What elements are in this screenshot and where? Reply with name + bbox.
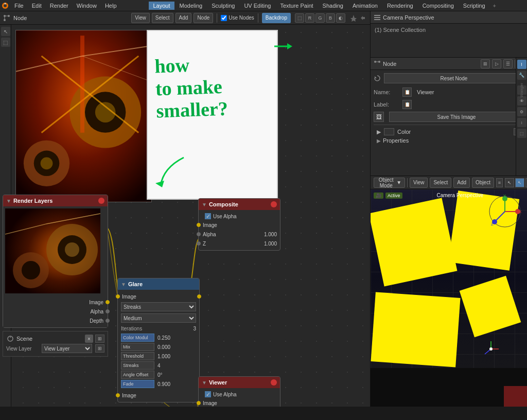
props-tab-item[interactable]: I xyxy=(517,60,526,69)
menu-render[interactable]: Render xyxy=(46,2,73,10)
node-btn[interactable]: Node xyxy=(194,13,213,23)
workspace-rendering[interactable]: Rendering xyxy=(383,2,417,10)
ne-tool-1[interactable]: ⬚ xyxy=(295,13,304,23)
composite-close[interactable] xyxy=(271,201,277,207)
comp-alpha-socket[interactable] xyxy=(197,232,201,236)
glare-iterations-label: Iterations xyxy=(121,326,192,331)
header-sep1 xyxy=(407,178,408,187)
props-tab-tool[interactable]: 🔧 xyxy=(517,71,526,80)
viewer-close[interactable] xyxy=(271,379,277,386)
ne-tool-5[interactable]: ◐ xyxy=(336,13,345,23)
props-tool-1[interactable]: ⊞ xyxy=(481,59,490,68)
menu-edit[interactable]: Edit xyxy=(28,2,46,10)
workspace-layout[interactable]: Layout xyxy=(149,2,174,10)
workspace-modeling[interactable]: Modeling xyxy=(175,2,207,10)
object-menu-btn[interactable]: Object xyxy=(472,178,494,188)
svg-rect-35 xyxy=(374,15,380,16)
vp-tool-2[interactable]: ↖ xyxy=(515,178,524,187)
rl-image-socket[interactable] xyxy=(106,300,110,304)
svg-point-34 xyxy=(10,337,11,338)
scene-close-btn[interactable]: × xyxy=(85,335,93,343)
workspace-uv[interactable]: UV Editing xyxy=(240,2,275,10)
glare-img-socket-bot[interactable] xyxy=(116,393,120,397)
outliner-title: Camera Perspective xyxy=(383,14,434,21)
props-vtab-wrangler[interactable]: Wrangler xyxy=(517,85,526,95)
ne-box-tool[interactable]: ⬚ xyxy=(1,38,10,47)
glare-image-out-socket[interactable] xyxy=(197,294,201,299)
glare-image-in-socket[interactable] xyxy=(116,294,120,299)
outliner-header: Camera Perspective xyxy=(371,11,527,24)
viewer-use-alpha-check[interactable]: ✓ xyxy=(205,391,211,397)
workspace-scripting[interactable]: Scripting xyxy=(459,2,489,10)
use-nodes-checkbox[interactable] xyxy=(221,15,227,21)
glare-fade-field[interactable]: Fade xyxy=(121,380,154,388)
workspace-add[interactable]: + xyxy=(490,2,499,10)
menu-file[interactable]: File xyxy=(10,2,28,10)
props-tool-3[interactable]: ☰ xyxy=(503,59,513,68)
glare-colormod-field[interactable]: Color Modul xyxy=(121,334,154,342)
menu-window[interactable]: Window xyxy=(73,2,101,10)
vp-tool-1[interactable]: ↖ xyxy=(505,178,514,187)
scene-extra-btn[interactable]: ⊞ xyxy=(95,335,104,343)
vl-extra-btn[interactable]: ⊞ xyxy=(95,344,104,353)
object-mode-select[interactable]: Object Mode ▼ xyxy=(374,178,405,188)
ne-tool-2[interactable]: R xyxy=(305,13,314,23)
render-layers-close[interactable] xyxy=(98,198,104,204)
add-btn[interactable]: Add xyxy=(175,13,192,23)
add-menu-btn[interactable]: Add xyxy=(453,178,470,188)
node-editor-canvas: ↖ ⬚ xyxy=(0,25,370,407)
name-icon[interactable]: 📋 xyxy=(402,87,412,97)
workspace-shading[interactable]: Shading xyxy=(319,2,347,10)
viewer-image-socket[interactable] xyxy=(197,401,201,405)
render-image-svg xyxy=(16,30,151,202)
glare-mix-field[interactable]: Mix xyxy=(121,343,154,351)
composite-body: ✓ Use Alpha Image Alpha 1.000 Z xyxy=(199,210,280,250)
glare-angle-field[interactable]: Angle Offset xyxy=(121,371,154,379)
node-props-header: Node ⊞ ▷ ☰ ⊡ xyxy=(371,58,527,70)
ne-select-tool[interactable]: ↖ xyxy=(1,27,10,36)
workspace-sculpting[interactable]: Sculpting xyxy=(207,2,239,10)
ne-tool-3[interactable]: G xyxy=(315,13,325,23)
menu-help[interactable]: Help xyxy=(101,2,121,10)
glare-fade-row: Fade 0.900 xyxy=(121,379,196,389)
rl-alpha-socket[interactable] xyxy=(106,309,110,313)
glare-node: ▼ Glare Image Streaks xyxy=(117,278,200,402)
comp-image-socket[interactable] xyxy=(197,223,201,227)
view-layer-select[interactable]: View Layer xyxy=(42,344,92,353)
glare-image-in-label: Image xyxy=(120,294,197,300)
svg-rect-36 xyxy=(374,17,380,18)
props-tab-options[interactable]: ⚙ xyxy=(517,107,526,116)
annotation-line1: how xyxy=(154,53,227,78)
props-tool-2[interactable]: ▷ xyxy=(492,59,501,68)
select-menu-btn[interactable]: Select xyxy=(430,178,451,188)
rl-depth-socket[interactable] xyxy=(106,319,110,323)
label-icon[interactable]: 📋 xyxy=(402,100,412,109)
mode-chevron: ▼ xyxy=(396,180,401,185)
workspace-texture[interactable]: Texture Paint xyxy=(276,2,317,10)
comp-z-socket[interactable] xyxy=(197,241,201,246)
composite-use-alpha-check[interactable]: ✓ xyxy=(205,213,211,219)
color-row[interactable]: ▶ Color ☰ xyxy=(374,127,524,136)
workspace-animation[interactable]: Animation xyxy=(348,2,382,10)
save-image-btn[interactable]: Save This Image xyxy=(389,112,524,122)
properties-label: Properties xyxy=(383,137,409,144)
glare-quality-select[interactable]: Medium xyxy=(121,313,196,323)
workspace-compositing[interactable]: Compositing xyxy=(418,2,458,10)
view-menu-btn[interactable]: View xyxy=(410,178,428,188)
props-tab-screen[interactable]: ⬚ xyxy=(517,129,526,138)
use-nodes-toggle[interactable]: Use Nodes xyxy=(221,15,254,21)
props-tab-view[interactable]: 👁 xyxy=(517,96,526,106)
reset-node-btn[interactable]: Reset Node xyxy=(384,73,524,83)
glare-type-select[interactable]: Streaks xyxy=(121,302,196,311)
backdrop-btn[interactable]: Backdrop xyxy=(262,13,291,23)
glare-threshold-field[interactable]: Threshold xyxy=(121,352,154,360)
glare-streaks-field[interactable]: Streaks xyxy=(121,361,154,370)
viewport-extra-menu[interactable]: ≡ xyxy=(496,178,503,187)
ne-tool-4[interactable]: B xyxy=(326,13,335,23)
view-btn[interactable]: View xyxy=(131,13,150,23)
viewer-image-label: Image xyxy=(201,400,277,406)
props-tab-nav[interactable]: ↕ xyxy=(517,118,526,127)
props-arrow: ▶ xyxy=(377,138,381,144)
svg-point-55 xyxy=(489,347,493,351)
select-btn[interactable]: Select xyxy=(152,13,173,23)
